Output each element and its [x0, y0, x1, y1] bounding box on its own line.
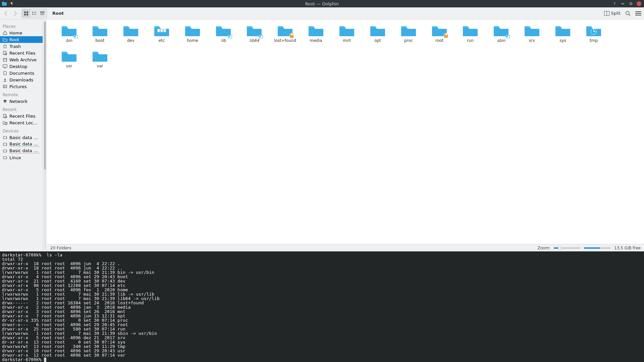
compact-view-button[interactable] — [31, 10, 38, 17]
svg-point-36 — [6, 144, 6, 145]
folder-label: etc — [159, 39, 165, 43]
folder-run[interactable]: run — [455, 24, 486, 50]
breadcrumb[interactable]: Root — [52, 11, 64, 16]
folder-var[interactable]: var — [85, 50, 115, 75]
svg-rect-28 — [4, 100, 6, 102]
folder-label: boot — [95, 39, 104, 43]
folder-label: bin — [66, 39, 72, 43]
folder-icon — [61, 50, 77, 63]
terminal-cursor — [44, 358, 46, 362]
sidebar-item-label: Basic data partition — [9, 141, 40, 147]
folder-opt[interactable]: opt — [362, 24, 393, 50]
sidebar-section-places: Places — [0, 23, 43, 29]
sidebar-item-trash[interactable]: Trash — [0, 43, 43, 50]
sidebar-item-web-archive[interactable]: Web Archive — [0, 56, 43, 63]
zoom-slider[interactable] — [554, 247, 581, 249]
folder-lib64[interactable]: lib64 — [239, 24, 270, 50]
menu-button[interactable] — [635, 11, 641, 15]
folder-label: sys — [559, 39, 566, 43]
sidebar-item-label: Recent Files — [9, 114, 36, 119]
svg-rect-11 — [40, 11, 42, 13]
svg-text:?: ? — [613, 2, 615, 6]
svg-rect-1 — [2, 2, 4, 3]
sidebar-item-documents[interactable]: Documents — [0, 70, 43, 76]
folder-icon — [339, 24, 355, 38]
folder-etc[interactable]: etc — [146, 24, 177, 50]
file-view: binbootdevetchomeliblib64lost+foundmedia… — [47, 19, 644, 251]
folder-sbin[interactable]: sbin — [486, 24, 517, 50]
minimize-icon[interactable] — [621, 1, 625, 6]
sidebar-item-home[interactable]: Home — [0, 29, 43, 36]
sidebar-item-downloads[interactable]: Downloads — [0, 76, 43, 83]
folder-sys[interactable]: sys — [547, 24, 578, 50]
recent-icon — [3, 51, 7, 55]
folder-root[interactable]: root — [424, 24, 455, 50]
folder-mnt[interactable]: mnt — [331, 24, 362, 50]
titlebar: Root — Dolphin ? — [0, 0, 644, 7]
pin-icon[interactable] — [9, 1, 14, 6]
folder-label: run — [467, 39, 474, 43]
folder-icon — [586, 24, 602, 38]
folder-label: sbin — [497, 39, 505, 43]
forward-button[interactable] — [12, 10, 19, 17]
folder-boot[interactable]: boot — [85, 24, 115, 50]
svg-rect-10 — [34, 14, 36, 14]
folder-icon — [308, 24, 324, 38]
folder-icon — [92, 50, 108, 63]
svg-point-18 — [626, 11, 629, 15]
sidebar-item-recent-locations[interactable]: Recent Locations — [0, 119, 43, 126]
disk-icon — [3, 155, 7, 160]
details-view-button[interactable] — [39, 10, 46, 17]
help-icon[interactable]: ? — [612, 1, 617, 6]
folder-icon — [123, 24, 139, 38]
folder-media[interactable]: media — [301, 24, 331, 50]
folder-icon — [431, 24, 447, 38]
folder-bin[interactable]: bin — [54, 24, 85, 50]
sidebar-item-label: Documents — [9, 71, 34, 76]
folder-label: lost+found — [274, 39, 296, 43]
sidebar-item-recent-files[interactable]: Recent Files — [0, 50, 43, 56]
sidebar-item-basic-data-partition[interactable]: Basic data partition — [0, 147, 43, 154]
search-button[interactable] — [625, 11, 631, 16]
terminal-panel[interactable]: darkstar-6700k% ls -la total 72 drwxr-xr… — [0, 251, 644, 362]
window-title: Root — Dolphin — [0, 1, 644, 6]
folder-label: srv — [529, 39, 535, 43]
folder-usr[interactable]: usr — [54, 50, 85, 75]
folder-icon — [555, 24, 571, 38]
svg-rect-9 — [32, 14, 33, 15]
sidebar-item-basic-data-partition[interactable]: Basic data partition — [0, 134, 43, 141]
sidebar-item-label: Downloads — [9, 77, 33, 82]
sidebar-item-desktop[interactable]: Desktop — [0, 63, 43, 70]
back-button[interactable] — [3, 10, 9, 17]
folder-lost+found[interactable]: lost+found — [270, 24, 301, 50]
folder-proc[interactable]: proc — [393, 24, 424, 50]
svg-rect-26 — [3, 85, 7, 88]
folder-tmp[interactable]: tmp — [578, 24, 609, 50]
sidebar-scrollbar[interactable] — [44, 21, 46, 249]
sidebar-item-label: Desktop — [9, 64, 28, 69]
app-icon — [2, 1, 7, 6]
pictures-icon — [3, 84, 7, 89]
icon-view-button[interactable] — [22, 10, 30, 17]
sidebar-item-root[interactable]: Root — [0, 36, 43, 43]
sidebar-item-basic-data-partition[interactable]: Basic data partition — [0, 141, 43, 147]
folder-srv[interactable]: srv — [517, 24, 547, 50]
svg-rect-7 — [32, 12, 33, 13]
sidebar-item-linux[interactable]: Linux — [0, 154, 43, 161]
svg-point-34 — [6, 138, 6, 138]
sidebar-item-recent-files[interactable]: Recent Files — [0, 113, 43, 119]
folder-home[interactable]: home — [177, 24, 208, 50]
sidebar-item-network[interactable]: Network — [0, 98, 43, 105]
svg-point-38 — [6, 151, 6, 152]
folder-dev[interactable]: dev — [115, 24, 146, 50]
archive-icon — [3, 57, 7, 62]
folder-label: root — [435, 39, 443, 43]
sidebar-item-pictures[interactable]: Pictures — [0, 83, 43, 90]
downloads-icon — [3, 77, 7, 82]
network-icon — [3, 99, 7, 104]
folder-label: opt — [374, 39, 381, 43]
close-icon[interactable] — [637, 1, 641, 6]
folder-lib[interactable]: lib — [208, 24, 239, 50]
split-button[interactable]: Split — [604, 11, 621, 16]
maximize-icon[interactable] — [629, 1, 633, 6]
